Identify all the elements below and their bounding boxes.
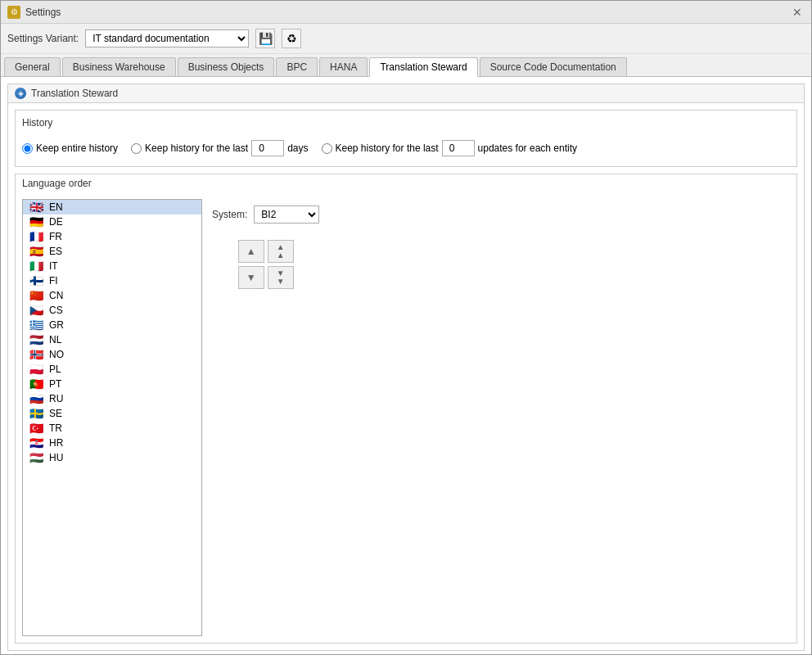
language-order-section: Language order 🇬🇧EN🇩🇪DE🇫🇷FR🇪🇸ES🇮🇹IT🇫🇮FI🇨… <box>15 174 797 644</box>
lang-code: SE <box>49 408 62 419</box>
flag-icon: 🇬🇷 <box>28 320 44 331</box>
lang-code: PL <box>49 364 61 375</box>
language-controls: System: BI2BI3 ▲ ▲▲ <box>209 199 323 636</box>
tabs-bar: General Business Warehouse Business Obje… <box>1 54 811 77</box>
tab-business-warehouse[interactable]: Business Warehouse <box>62 57 176 76</box>
language-list-item[interactable]: 🇸🇪SE <box>23 406 201 421</box>
refresh-button[interactable]: ♻ <box>282 29 301 48</box>
keep-entire-history-option: Keep entire history <box>22 142 118 154</box>
window-title: Settings <box>25 7 61 18</box>
lang-code: GR <box>49 319 64 331</box>
language-list-item[interactable]: 🇮🇹IT <box>23 259 201 273</box>
tab-bpc[interactable]: BPC <box>276 57 318 76</box>
language-list-item[interactable]: 🇬🇷GR <box>23 318 201 332</box>
flag-icon: 🇭🇷 <box>28 438 44 449</box>
language-list-item[interactable]: 🇪🇸ES <box>23 244 201 259</box>
settings-window: ⚙ Settings ✕ Settings Variant: IT standa… <box>0 0 812 655</box>
save-button[interactable]: 💾 <box>255 29 275 48</box>
up-arrow-icon: ▲ <box>246 246 256 257</box>
updates-label: updates for each entity <box>478 142 577 154</box>
language-list-item[interactable]: 🇫🇷FR <box>23 229 201 244</box>
settings-variant-label: Settings Variant: <box>7 33 79 44</box>
down-arrow-icon: ▼ <box>246 272 256 283</box>
system-select[interactable]: BI2BI3 <box>254 206 319 224</box>
language-list-item[interactable]: 🇵🇹PT <box>23 377 201 391</box>
system-row: System: BI2BI3 <box>212 206 319 224</box>
lang-code: FI <box>49 275 58 287</box>
language-list-item[interactable]: 🇭🇺HU <box>23 450 201 465</box>
language-list: 🇬🇧EN🇩🇪DE🇫🇷FR🇪🇸ES🇮🇹IT🇫🇮FI🇨🇳CN🇨🇿CS🇬🇷GR🇳🇱NL… <box>22 199 202 636</box>
tab-general[interactable]: General <box>4 57 61 76</box>
lang-code: RU <box>49 393 63 404</box>
lang-code: EN <box>49 201 63 213</box>
settings-variant-select[interactable]: IT standard documentation <box>85 29 249 47</box>
language-list-item[interactable]: 🇩🇪DE <box>23 215 201 229</box>
lang-code: DE <box>49 216 63 228</box>
down-bottom-icon: ▼▼ <box>277 269 285 286</box>
language-list-item[interactable]: 🇳🇴NO <box>23 347 201 362</box>
lang-code: ES <box>49 246 62 257</box>
keep-last-days-radio[interactable] <box>131 143 142 154</box>
inner-tab-label: Translation Steward <box>31 88 118 99</box>
flag-icon: 🇹🇷 <box>28 423 44 434</box>
keep-entire-radio[interactable] <box>22 143 33 154</box>
days-label: days <box>287 142 308 154</box>
keep-last-updates-radio[interactable] <box>322 143 332 154</box>
days-spinner[interactable] <box>251 140 284 156</box>
keep-last-updates-label: Keep history for the last <box>336 142 439 154</box>
history-options: Keep entire history Keep history for the… <box>22 137 790 160</box>
system-label: System: <box>212 209 247 220</box>
flag-icon: 🇫🇮 <box>28 276 44 287</box>
close-button[interactable]: ✕ <box>790 5 805 20</box>
language-list-item[interactable]: 🇨🇳CN <box>23 288 201 303</box>
flag-icon: 🇬🇧 <box>28 202 44 213</box>
lang-code: NO <box>49 349 64 360</box>
tab-hana[interactable]: HANA <box>319 57 368 76</box>
history-section-title: History <box>22 117 790 129</box>
title-bar: ⚙ Settings ✕ <box>1 1 811 24</box>
updates-spinner[interactable] <box>442 140 475 156</box>
language-list-item[interactable]: 🇫🇮FI <box>23 273 201 288</box>
language-list-item[interactable]: 🇵🇱PL <box>23 362 201 377</box>
tab-source-code-documentation[interactable]: Source Code Documentation <box>480 57 627 76</box>
flag-icon: 🇳🇴 <box>28 350 44 360</box>
lang-code: NL <box>49 334 61 346</box>
lang-code: FR <box>49 231 62 242</box>
lang-code: CS <box>49 305 63 316</box>
move-bottom-button[interactable]: ▼▼ <box>268 266 294 289</box>
lang-code: PT <box>49 378 61 390</box>
language-list-item[interactable]: 🇨🇿CS <box>23 303 201 318</box>
move-top-button[interactable]: ▲▲ <box>268 240 294 263</box>
language-list-item[interactable]: 🇹🇷TR <box>23 421 201 436</box>
inner-tab-icon: ◈ <box>15 88 26 99</box>
keep-last-days-label: Keep history for the last <box>145 142 248 154</box>
settings-variant-bar: Settings Variant: IT standard documentat… <box>1 24 811 54</box>
move-up-buttons: ▲ ▲▲ <box>238 240 294 263</box>
flag-icon: 🇨🇳 <box>28 291 44 301</box>
language-list-item[interactable]: 🇭🇷HR <box>23 436 201 450</box>
flag-icon: 🇫🇷 <box>28 232 44 242</box>
language-order-content: 🇬🇧EN🇩🇪DE🇫🇷FR🇪🇸ES🇮🇹IT🇫🇮FI🇨🇳CN🇨🇿CS🇬🇷GR🇳🇱NL… <box>16 192 796 643</box>
flag-icon: 🇪🇸 <box>28 246 44 257</box>
flag-icon: 🇩🇪 <box>28 217 44 228</box>
move-up-button[interactable]: ▲ <box>238 240 264 263</box>
language-order-title: Language order <box>16 174 796 192</box>
flag-icon: 🇭🇺 <box>28 453 44 463</box>
flag-icon: 🇸🇪 <box>28 409 44 419</box>
content-area: ◈ Translation Steward History Keep entir… <box>1 77 811 654</box>
keep-entire-label: Keep entire history <box>36 142 118 154</box>
tab-business-objects[interactable]: Business Objects <box>178 57 275 76</box>
language-list-item[interactable]: 🇷🇺RU <box>23 391 201 406</box>
language-list-item[interactable]: 🇬🇧EN <box>23 200 201 215</box>
lang-code: IT <box>49 260 58 272</box>
inner-tab-header: ◈ Translation Steward <box>8 84 804 103</box>
title-bar-left: ⚙ Settings <box>7 6 61 19</box>
lang-code: CN <box>49 290 63 301</box>
flag-icon: 🇨🇿 <box>28 305 44 316</box>
lang-code: HU <box>49 452 63 463</box>
move-down-button[interactable]: ▼ <box>238 266 264 289</box>
flag-icon: 🇵🇹 <box>28 379 44 390</box>
lang-code: HR <box>49 437 63 449</box>
language-list-item[interactable]: 🇳🇱NL <box>23 332 201 347</box>
tab-translation-steward[interactable]: Translation Steward <box>369 57 477 77</box>
